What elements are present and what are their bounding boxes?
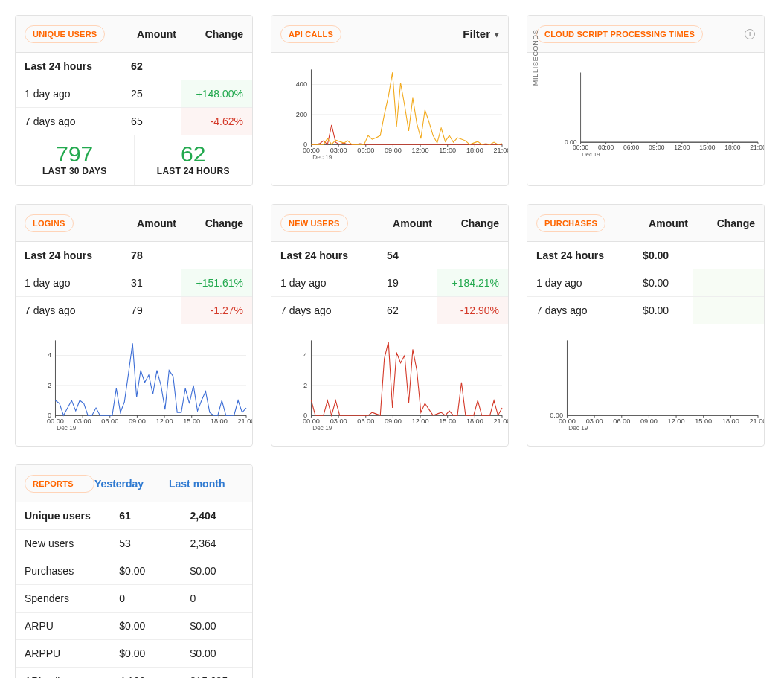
row-change xyxy=(693,297,764,324)
row-label: New users xyxy=(16,530,110,557)
summary-value: 62 xyxy=(138,141,250,166)
row-change: +184.21% xyxy=(437,269,508,297)
svg-text:Dec 19: Dec 19 xyxy=(582,151,600,158)
table-row: 1 day ago19+184.21% xyxy=(271,269,508,297)
row-label: Last 24 hours xyxy=(16,242,122,269)
row-change: -1.27% xyxy=(181,297,252,324)
table-row: API calls4,192215,695 xyxy=(16,668,252,679)
table-row: Last 24 hours62 xyxy=(16,53,252,80)
svg-text:00:00: 00:00 xyxy=(303,147,320,154)
svg-text:12:00: 12:00 xyxy=(668,418,685,425)
row-change xyxy=(693,242,764,269)
svg-text:18:00: 18:00 xyxy=(466,418,483,425)
svg-text:200: 200 xyxy=(296,111,307,118)
svg-text:06:00: 06:00 xyxy=(357,418,374,425)
api-calls-chart: 020040000:0003:0006:0009:0012:0015:0018:… xyxy=(291,65,502,161)
row-amount: $0.00 xyxy=(634,297,693,324)
row-change: +148.00% xyxy=(181,80,252,108)
row-label: Last 24 hours xyxy=(16,53,122,80)
svg-text:2: 2 xyxy=(48,382,51,389)
table-row: 7 days ago62-12.90% xyxy=(271,297,508,324)
row-label: Spenders xyxy=(16,585,110,613)
svg-text:03:00: 03:00 xyxy=(330,147,347,154)
row-amount: 31 xyxy=(122,269,181,297)
table-row: Last 24 hours$0.00 xyxy=(527,242,764,269)
table-row: 1 day ago25+148.00% xyxy=(16,80,252,108)
svg-text:18:00: 18:00 xyxy=(466,147,483,154)
svg-text:Dec 19: Dec 19 xyxy=(57,425,77,432)
row-label: 7 days ago xyxy=(527,297,634,324)
col-header-change: Change xyxy=(688,217,755,229)
svg-text:06:00: 06:00 xyxy=(623,144,640,151)
row-change xyxy=(181,242,252,269)
row-amount: 78 xyxy=(122,242,181,269)
row-month: 0 xyxy=(181,585,252,613)
svg-text:15:00: 15:00 xyxy=(183,418,200,425)
row-month: 2,364 xyxy=(181,530,252,557)
row-amount: 62 xyxy=(378,297,437,324)
svg-text:03:00: 03:00 xyxy=(74,418,91,425)
row-label: 1 day ago xyxy=(16,269,122,297)
svg-text:15:00: 15:00 xyxy=(439,418,456,425)
row-yesterday: 4,192 xyxy=(110,668,181,679)
row-yesterday: 61 xyxy=(110,502,181,530)
svg-text:09:00: 09:00 xyxy=(649,144,665,151)
svg-text:00:00: 00:00 xyxy=(573,144,589,151)
row-label: Last 24 hours xyxy=(271,242,378,269)
row-month: $0.00 xyxy=(181,613,252,640)
purchases-table: Last 24 hours$0.001 day ago$0.007 days a… xyxy=(527,242,764,324)
reports-last-month-link[interactable]: Last month xyxy=(169,478,243,490)
table-row: 7 days ago79-1.27% xyxy=(16,297,252,324)
col-header-change: Change xyxy=(432,217,499,229)
row-label: 7 days ago xyxy=(16,108,122,135)
svg-text:4: 4 xyxy=(48,351,51,359)
svg-text:00:00: 00:00 xyxy=(303,418,320,425)
svg-text:06:00: 06:00 xyxy=(357,147,374,154)
svg-text:12:00: 12:00 xyxy=(412,418,429,425)
card-title-pill: CLOUD SCRIPT PROCESSING TIMES xyxy=(536,25,703,43)
svg-text:09:00: 09:00 xyxy=(640,418,658,425)
row-change: -4.62% xyxy=(181,108,252,135)
row-change: -12.90% xyxy=(437,297,508,324)
card-cloud-script: CLOUD SCRIPT PROCESSING TIMES i MILLISEC… xyxy=(527,15,765,186)
row-change: +151.61% xyxy=(181,269,252,297)
card-purchases: PURCHASES Amount Change Last 24 hours$0.… xyxy=(527,204,765,447)
row-label: Unique users xyxy=(16,502,110,530)
col-header-amount: Amount xyxy=(117,28,176,40)
row-amount: 79 xyxy=(122,297,181,324)
table-row: 7 days ago65-4.62% xyxy=(16,108,252,135)
row-label: 1 day ago xyxy=(271,269,378,297)
logins-chart: 02400:0003:0006:0009:0012:0015:0018:0021… xyxy=(35,336,246,432)
table-row: Last 24 hours78 xyxy=(16,242,252,269)
row-label: 7 days ago xyxy=(271,297,378,324)
row-change xyxy=(437,242,508,269)
cloud-script-chart: 0.0000:0003:0006:0009:0012:0015:0018:002… xyxy=(562,65,758,161)
svg-text:18:00: 18:00 xyxy=(724,144,741,151)
svg-text:09:00: 09:00 xyxy=(385,147,402,154)
row-amount: 65 xyxy=(122,108,181,135)
row-month: $0.00 xyxy=(181,557,252,585)
row-amount: 25 xyxy=(122,80,181,108)
row-label: ARPU xyxy=(16,613,110,640)
row-change xyxy=(181,53,252,80)
row-label: ARPPU xyxy=(16,640,110,668)
unique-users-summary: 797 LAST 30 DAYS 62 LAST 24 HOURS xyxy=(16,135,252,185)
filter-dropdown[interactable]: Filter ▾ xyxy=(463,28,499,40)
y-axis-label: MILLISECONDS xyxy=(532,29,539,86)
svg-text:12:00: 12:00 xyxy=(674,144,690,151)
row-label: 1 day ago xyxy=(527,269,634,297)
svg-text:Dec 19: Dec 19 xyxy=(568,425,588,432)
row-month: 215,695 xyxy=(181,668,252,679)
card-title-pill: PURCHASES xyxy=(536,214,605,232)
card-reports: REPORTS Yesterday Last month Unique user… xyxy=(15,464,253,678)
row-amount: 62 xyxy=(122,53,181,80)
row-amount: 19 xyxy=(378,269,437,297)
card-logins: LOGINS Amount Change Last 24 hours781 da… xyxy=(15,204,253,447)
reports-yesterday-link[interactable]: Yesterday xyxy=(94,478,169,490)
svg-text:21:00: 21:00 xyxy=(238,418,253,425)
svg-text:15:00: 15:00 xyxy=(439,147,456,154)
svg-text:18:00: 18:00 xyxy=(722,418,739,425)
info-icon[interactable]: i xyxy=(745,29,755,39)
summary-value: 797 xyxy=(19,141,131,166)
card-title-pill: NEW USERS xyxy=(280,214,348,232)
